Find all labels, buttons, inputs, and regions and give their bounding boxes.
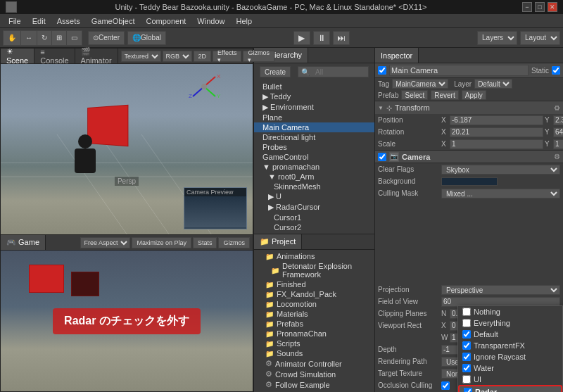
pause-button[interactable]: ⏸ (313, 31, 330, 45)
scale-y-input[interactable] (553, 139, 563, 149)
static-checkbox[interactable] (552, 66, 560, 75)
rgb-select[interactable]: RGB (163, 51, 192, 62)
camera-enabled-checkbox[interactable] (378, 153, 386, 161)
list-item[interactable]: Bullet (254, 82, 374, 91)
transform-settings-icon[interactable]: ⚙ (554, 104, 560, 112)
list-item[interactable]: Probes (254, 142, 374, 152)
list-item[interactable]: GameControl (254, 152, 374, 162)
list-item[interactable]: Cursor1 (254, 213, 374, 222)
list-item[interactable]: 📁 Finished (254, 279, 374, 289)
culling-item-ignore-raycast[interactable]: Ignore Raycast (458, 351, 562, 362)
list-item[interactable]: ⚙ Crowd Simulation (254, 369, 374, 379)
position-x-input[interactable] (450, 115, 543, 125)
hierarchy-create-btn[interactable]: Create (260, 66, 291, 77)
culling-item-radar[interactable]: Radar (458, 385, 562, 392)
culling-item-ui[interactable]: UI (458, 374, 562, 385)
list-item[interactable]: 📁 Locomotion (254, 299, 374, 309)
list-item[interactable]: ▼ root0_Arm (254, 172, 374, 182)
list-item[interactable]: ▶ Teddy (254, 91, 374, 102)
hierarchy-main-camera[interactable]: Main Camera (254, 122, 374, 132)
close-button[interactable]: ✕ (548, 2, 557, 12)
tab-project[interactable]: 📁 Project (254, 234, 302, 249)
scene-canvas[interactable]: X Y Z Persp Camera Preview (1, 64, 253, 235)
hand-tool[interactable]: ✋ (4, 31, 21, 45)
list-item[interactable]: ▶ RadarCursor (254, 202, 374, 213)
projection-select[interactable]: Perspective (441, 285, 560, 295)
list-item[interactable]: 📁 Scripts (254, 339, 374, 348)
background-color[interactable] (441, 177, 498, 186)
list-item[interactable]: 📁 Materials (254, 309, 374, 319)
list-item[interactable]: 📁 FX_Kandol_Pack (254, 289, 374, 299)
culling-ignore-raycast-checkbox[interactable] (462, 353, 471, 361)
global-button[interactable]: 🌐 Global (127, 31, 166, 45)
camera-section-header[interactable]: 📷 Camera ⚙ (375, 151, 563, 163)
step-button[interactable]: ⏭ (333, 31, 350, 45)
game-gizmos-button[interactable]: Gizmos (218, 237, 250, 248)
list-item[interactable]: 📁 Detonator Explosion Framework (254, 261, 374, 279)
maximize-button[interactable]: □ (535, 2, 545, 12)
scale-tool[interactable]: ⊞ (52, 31, 67, 45)
list-item[interactable]: ▶ U (254, 191, 374, 202)
tab-console[interactable]: ≡ Console (34, 49, 75, 63)
tab-animator[interactable]: 🎬 Animator (75, 49, 118, 63)
effects-button[interactable]: Effects ▾ (213, 51, 241, 62)
culling-ui-checkbox[interactable] (462, 375, 471, 384)
tab-game[interactable]: 🎮 Game (1, 235, 46, 250)
menu-edit[interactable]: Edit (27, 14, 51, 28)
rotate-tool[interactable]: ↻ (37, 31, 52, 45)
culling-nothing-checkbox[interactable] (462, 308, 471, 316)
culling-item-everything[interactable]: Everything (458, 317, 562, 329)
list-item[interactable]: Directional light (254, 132, 374, 142)
move-tool[interactable]: ↔ (21, 31, 37, 45)
culling-item-water[interactable]: Water (458, 362, 562, 374)
list-item[interactable]: 📁 PronamaChan (254, 329, 374, 339)
tag-select[interactable]: MainCamera (392, 79, 448, 89)
scale-x-input[interactable] (450, 139, 543, 149)
transform-section-header[interactable]: ▼ ⊹ Transform ⚙ (375, 101, 563, 114)
stats-button[interactable]: Stats (193, 237, 217, 248)
2d-button[interactable]: 2D (194, 51, 212, 62)
culling-transparentfx-checkbox[interactable] (462, 341, 471, 350)
list-item[interactable]: ⚙ Animator Controller (254, 358, 374, 369)
center-button[interactable]: ⊙ Center (88, 31, 125, 45)
clear-flags-select[interactable]: Skybox (441, 165, 560, 175)
prefab-revert-btn[interactable]: Revert (431, 90, 458, 100)
gameobject-name-input[interactable] (389, 65, 529, 76)
rect-tool[interactable]: ▭ (67, 31, 82, 45)
occlusion-checkbox[interactable] (441, 381, 450, 390)
culling-item-default[interactable]: Default (458, 329, 562, 340)
culling-item-nothing[interactable]: Nothing (458, 306, 562, 317)
position-y-input[interactable] (553, 115, 563, 125)
minimize-button[interactable]: − (522, 2, 532, 12)
camera-settings-icon[interactable]: ⚙ (554, 153, 560, 160)
culling-mask-select[interactable]: Mixed ... (441, 189, 560, 198)
menu-help[interactable]: Help (230, 14, 258, 28)
menu-gameobject[interactable]: GameObject (86, 14, 141, 28)
rotation-y-input[interactable] (553, 127, 563, 137)
list-item[interactable]: ⚙ Follow Example (254, 379, 374, 390)
menu-component[interactable]: Component (140, 14, 191, 28)
menu-file[interactable]: File (3, 14, 27, 28)
list-item[interactable]: 📁 Prefabs (254, 319, 374, 329)
play-button[interactable]: ▶ (293, 31, 310, 45)
culling-water-checkbox[interactable] (462, 364, 471, 372)
tab-scene[interactable]: ☀ Scene (1, 49, 34, 63)
prefab-select-btn[interactable]: Select (401, 90, 428, 100)
list-item[interactable]: Cursor2 (254, 222, 374, 232)
gameobject-enabled-checkbox[interactable] (378, 66, 386, 75)
culling-item-transparentfx[interactable]: TransparentFX (458, 340, 562, 351)
menu-assets[interactable]: Assets (51, 14, 86, 28)
list-item[interactable]: SkinnedMesh (254, 182, 374, 191)
tab-inspector[interactable]: Inspector (375, 48, 419, 63)
aspect-select[interactable]: Free Aspect (80, 237, 130, 248)
game-canvas[interactable]: Radar のチェックを外す (1, 251, 253, 391)
culling-everything-checkbox[interactable] (462, 319, 471, 327)
hierarchy-search-input[interactable] (312, 68, 368, 76)
layers-select[interactable]: Layers (477, 31, 517, 45)
menu-window[interactable]: Window (191, 14, 230, 28)
prefab-apply-btn[interactable]: Apply (462, 90, 486, 100)
gizmos-button[interactable]: Gizmos ▾ (243, 51, 274, 62)
culling-default-checkbox[interactable] (462, 330, 471, 339)
rotation-x-input[interactable] (450, 127, 543, 137)
layer-select[interactable]: Default (474, 79, 512, 89)
